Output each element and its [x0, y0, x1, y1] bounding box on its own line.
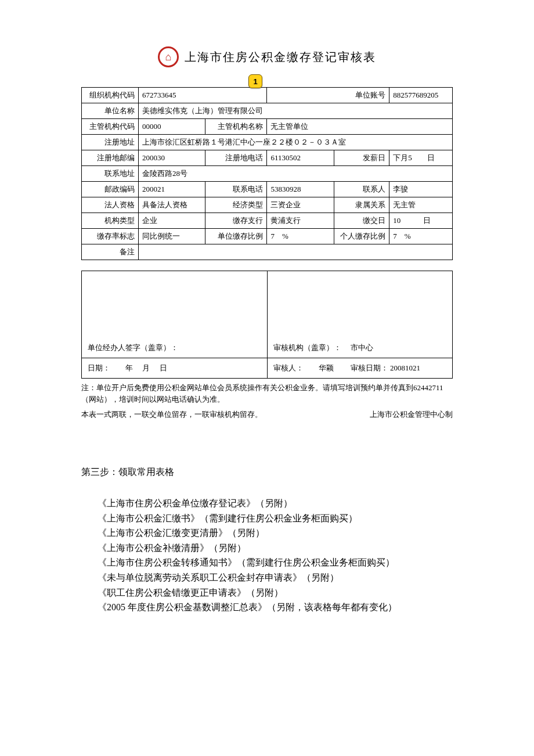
note-2a: 本表一式两联，一联交单位留存，一联审核机构留存。: [81, 409, 262, 420]
value-submit-day: 10 日: [389, 213, 453, 229]
date-left-cell: 日期： 年 月 日: [82, 358, 268, 379]
value-supv-name: 无主管单位: [267, 119, 453, 135]
value-contact-person: 李骏: [389, 182, 453, 197]
label-econ-type: 经济类型: [205, 197, 267, 213]
value-contact-tel: 53830928: [267, 182, 334, 197]
auditor: 审核人： 华颖: [273, 363, 334, 372]
note-1: 注：单位开户后免费使用公积金网站单位会员系统操作有关公积金业务。请填写培训预约单…: [81, 382, 453, 405]
label-contact-person: 联系人: [334, 182, 389, 197]
label-contact-addr: 联系地址: [82, 166, 139, 182]
handler-sign-cell: 单位经办人签字（盖章）：: [82, 271, 268, 358]
value-post-zip: 200021: [138, 182, 205, 197]
value-reg-tel: 61130502: [267, 150, 334, 166]
annotation-balloon: 1: [248, 74, 262, 88]
step-3-heading: 第三步：领取常用表格: [81, 466, 453, 478]
label-submit-day: 缴交日: [334, 213, 389, 229]
label-rate-flag: 缴存率标志: [82, 229, 139, 244]
label-reg-tel: 注册地电话: [205, 150, 267, 166]
list-item: 《上海市公积金汇缴变更清册》（另附）: [98, 525, 453, 541]
value-sub-rel: 无主管: [389, 197, 453, 213]
signature-table: 单位经办人签字（盖章）： 审核机构（盖章）： 市中心 日期： 年 月 日 审核人…: [81, 271, 453, 379]
audit-date-label: 审核日期：: [351, 363, 388, 372]
label-remark: 备注: [82, 244, 139, 260]
label-legal: 法人资格: [82, 197, 139, 213]
list-item: 《上海市公积金补缴清册》（另附）: [98, 541, 453, 556]
list-item: 《2005 年度住房公积金基数调整汇总表》（另附，该表格每年都有变化）: [98, 600, 453, 615]
value-org-code: 672733645: [138, 88, 267, 103]
value-unit-rate: 7 %: [267, 229, 334, 244]
value-reg-addr: 上海市徐汇区虹桥路１号港汇中心一座２２楼０２－０３Ａ室: [138, 135, 452, 150]
label-payday: 发薪日: [334, 150, 389, 166]
label-unit-rate: 单位缴存比例: [205, 229, 267, 244]
label-unit-acct: 单位账号: [267, 88, 389, 103]
audit-date: 20081021: [390, 363, 420, 372]
label-org-code: 组织机构代码: [82, 88, 139, 103]
value-unit-acct: 882577689205: [389, 88, 453, 103]
label-org-type: 机构类型: [82, 213, 139, 229]
label-post-zip: 邮政编码: [82, 182, 139, 197]
value-supv-code: 00000: [138, 119, 205, 135]
audit-info-cell: 审核人： 华颖 审核日期： 20081021: [267, 358, 453, 379]
label-supv-name: 主管机构名称: [205, 119, 267, 135]
value-payday: 下月5 日: [389, 150, 453, 166]
auditor-org-label: 审核机构（盖章）： 市中心: [273, 343, 373, 352]
value-econ-type: 三资企业: [267, 197, 334, 213]
value-org-type: 企业: [138, 213, 205, 229]
label-sub-rel: 隶属关系: [334, 197, 389, 213]
registration-form-table: 组织机构代码 672733645 单位账号 882577689205 单位名称 …: [81, 87, 453, 260]
handler-sign-label: 单位经办人签字（盖章）：: [88, 343, 178, 352]
label-supv-code: 主管机构代码: [82, 119, 139, 135]
label-branch: 缴存支行: [205, 213, 267, 229]
value-pers-rate: 7 %: [389, 229, 453, 244]
label-unit-name: 单位名称: [82, 103, 139, 119]
logo-icon: ⌂: [158, 46, 179, 67]
list-item: 《职工住房公积金错缴更正申请表》（另附）: [98, 585, 453, 600]
list-item: 《未与单位脱离劳动关系职工公积金封存申请表》（另附）: [98, 570, 453, 585]
list-item: 《上海市住房公积金转移通知书》（需到建行住房公积金业务柜面购买）: [98, 555, 453, 570]
value-unit-name: 美德维实伟克（上海）管理有限公司: [138, 103, 452, 119]
value-remark: [138, 244, 452, 260]
value-branch: 黄浦支行: [267, 213, 334, 229]
doc-list: 《上海市住房公积金单位缴存登记表》（另附） 《上海市公积金汇缴书》（需到建行住房…: [81, 496, 453, 615]
value-rate-flag: 同比例统一: [138, 229, 205, 244]
date-left: 日期： 年 月 日: [88, 363, 167, 372]
note-2b: 上海市公积金管理中心制: [370, 409, 453, 420]
label-reg-addr: 注册地址: [82, 135, 139, 150]
auditor-org-cell: 审核机构（盖章）： 市中心: [267, 271, 453, 358]
label-pers-rate: 个人缴存比例: [334, 229, 389, 244]
value-contact-addr: 金陵西路28号: [138, 166, 452, 182]
list-item: 《上海市公积金汇缴书》（需到建行住房公积金业务柜面购买）: [98, 511, 453, 526]
document-title: 上海市住房公积金缴存登记审核表: [185, 49, 376, 65]
value-reg-zip: 200030: [138, 150, 205, 166]
label-contact-tel: 联系电话: [205, 182, 267, 197]
label-reg-zip: 注册地邮编: [82, 150, 139, 166]
value-legal: 具备法人资格: [138, 197, 205, 213]
list-item: 《上海市住房公积金单位缴存登记表》（另附）: [98, 496, 453, 511]
